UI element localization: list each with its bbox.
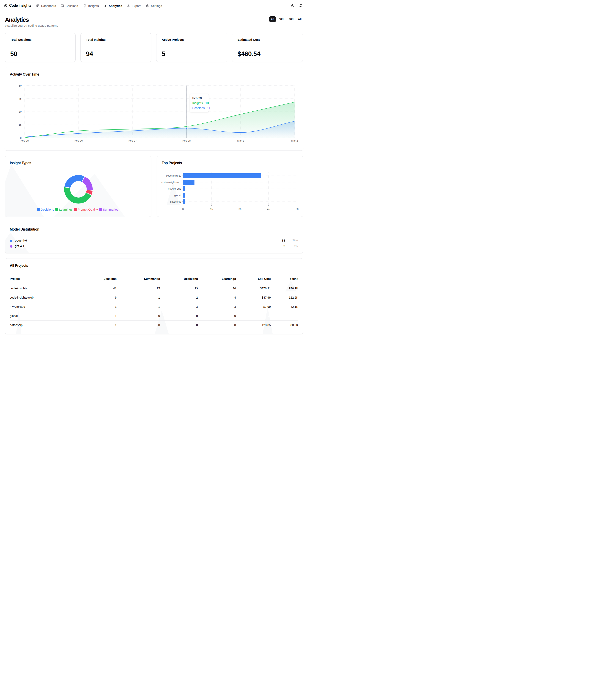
svg-text:Mar 1: Mar 1 — [237, 139, 244, 142]
svg-text:code-insights-w...: code-insights-w... — [161, 181, 181, 184]
svg-text:15: 15 — [19, 123, 22, 126]
svg-text:60: 60 — [296, 207, 298, 211]
svg-text:45: 45 — [19, 97, 22, 100]
svg-text:Feb 25: Feb 25 — [21, 139, 29, 142]
svg-text:Feb 28: Feb 28 — [183, 139, 191, 142]
svg-text:30: 30 — [19, 110, 22, 113]
svg-text:myAlterEgo: myAlterEgo — [168, 187, 181, 190]
svg-text:15: 15 — [210, 207, 213, 211]
svg-text:30: 30 — [238, 207, 241, 211]
svg-text:Feb 27: Feb 27 — [129, 139, 137, 142]
svg-text:Feb 26: Feb 26 — [74, 139, 83, 142]
svg-text:45: 45 — [267, 207, 270, 211]
svg-text:60: 60 — [19, 84, 22, 87]
svg-text:code-insights: code-insights — [166, 174, 181, 177]
svg-text:0: 0 — [182, 207, 184, 211]
svg-text:batonship: batonship — [170, 200, 181, 203]
svg-text:global: global — [174, 194, 181, 197]
svg-text:Mar 2: Mar 2 — [291, 139, 298, 142]
